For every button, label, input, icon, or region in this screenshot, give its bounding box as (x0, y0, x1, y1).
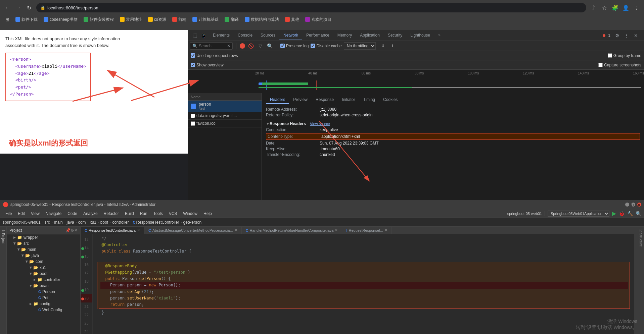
devtools-more-button[interactable]: ⋮ (623, 32, 631, 40)
group-by-frame-checkbox[interactable] (608, 53, 612, 58)
nav-src[interactable]: src (45, 220, 50, 225)
ide-tab-request[interactable]: I RequestResponsel... ✕ (342, 227, 392, 234)
tab-console[interactable]: Console (234, 31, 257, 40)
tree-bean[interactable]: ▶ 📂 bean (7, 283, 80, 289)
nav-main[interactable]: main (54, 220, 63, 225)
bookmark-dsa[interactable]: 数据结构与算法 (242, 16, 282, 23)
tab-application[interactable]: Application (356, 31, 384, 40)
bookmark-frontend[interactable]: 前端 (170, 16, 189, 23)
nav-java[interactable]: java (67, 220, 74, 225)
tree-pet[interactable]: C Pet (7, 295, 80, 301)
sidebar-pin-button[interactable]: 📌 (65, 228, 71, 233)
menu-code[interactable]: Code (65, 211, 80, 217)
ide-tab-controller[interactable]: C ResponseTestController.java ✕ (81, 227, 144, 234)
sidebar-settings-button[interactable]: ⚙ (71, 228, 74, 233)
ide-close-button[interactable]: ✕ (637, 203, 641, 207)
nav-com[interactable]: com (78, 220, 86, 225)
ide-tab-hmrvhc[interactable]: C HandlerMethodReturnValueHandlerComposi… (242, 227, 342, 234)
bookmark-codesheep[interactable]: codesheep书签 (41, 16, 80, 23)
tree-webconfig[interactable]: C WebConfig (7, 307, 80, 313)
tree-boot[interactable]: ▶ 📂 boot (7, 271, 80, 277)
nav-controller-file[interactable]: ResponseTestController (136, 220, 179, 225)
details-tab-response[interactable]: Response (312, 96, 338, 104)
disable-cache-checkbox[interactable] (311, 44, 315, 48)
run-button[interactable]: ▶ (612, 210, 616, 217)
tree-src[interactable]: ▶ 📂 src (7, 240, 80, 246)
sidebar-close-button[interactable]: ✕ (74, 228, 78, 233)
tab-close-amcmp[interactable]: ✕ (234, 228, 237, 232)
export-button[interactable]: ⬆ (388, 42, 397, 50)
ide-maximize-button[interactable]: □ (631, 203, 635, 207)
network-item-svg[interactable]: data:image/svg+xml,... (188, 112, 262, 120)
large-rows-checkbox[interactable] (191, 53, 195, 58)
inspect-button[interactable]: ⬚ (191, 32, 199, 40)
import-button[interactable]: ⬇ (379, 42, 387, 50)
menu-help[interactable]: Help (201, 211, 215, 217)
bookmark-computer[interactable]: 计算机基础 (190, 16, 221, 23)
share-button[interactable]: ⤴ (589, 3, 598, 12)
build-button[interactable]: 🔨 (627, 211, 633, 216)
tree-com[interactable]: ▶ 📂 com (7, 259, 80, 265)
menu-edit[interactable]: Edit (15, 211, 28, 217)
search-clear-button[interactable]: ✕ (227, 44, 230, 48)
tab-lighthouse[interactable]: Lighthouse (406, 31, 434, 40)
structure-tab[interactable]: 1: Project (0, 227, 7, 334)
extensions-button[interactable]: 🧩 (610, 3, 620, 12)
menu-vcs[interactable]: VCS (166, 211, 180, 217)
bookmark-apps-icon[interactable]: ⊞ (3, 16, 12, 23)
tab-close-controller[interactable]: ✕ (137, 228, 140, 232)
tab-security[interactable]: Security (384, 31, 406, 40)
tree-controller[interactable]: ▶ 📁 controller (7, 277, 80, 283)
nav-boot[interactable]: boot (100, 220, 108, 225)
details-tab-timing[interactable]: Timing (359, 96, 379, 104)
forward-button[interactable]: → (13, 3, 23, 12)
menu-button[interactable]: ⋮ (632, 3, 641, 12)
bookmark-ruanjian[interactable]: 软件下载 (13, 16, 40, 23)
debug-button[interactable]: 🐞 (619, 211, 625, 216)
ide-minimize-button[interactable]: — (625, 203, 629, 207)
bookmark-cs[interactable]: cs资源 (145, 16, 169, 23)
tree-config[interactable]: ▶ 📁 config (7, 301, 80, 307)
bookmark-favorites[interactable]: 喜欢的项目 (303, 16, 334, 23)
details-tab-initiator[interactable]: Initiator (338, 96, 359, 104)
menu-window[interactable]: Window (180, 211, 200, 217)
nav-method[interactable]: getPerson (183, 220, 202, 225)
nav-project[interactable]: springboot-05-web01 (3, 220, 41, 225)
network-item-favicon[interactable]: favicon.ico (188, 120, 262, 127)
show-overview-checkbox[interactable] (191, 63, 195, 67)
devtools-settings-button[interactable]: ⚙ (613, 32, 621, 40)
bookmark-install[interactable]: 软件安装教程 (81, 16, 117, 23)
bookmark-button[interactable]: ☆ (600, 3, 609, 12)
back-button[interactable]: ← (3, 3, 12, 12)
tab-network[interactable]: Network (279, 31, 302, 40)
tree-wrapper[interactable]: ▶ 📁 wrapper (7, 234, 80, 240)
ide-tab-amcmp[interactable]: C AbstractMessageConverterMethodProcesso… (144, 227, 242, 234)
tree-main[interactable]: ▶ 📂 main (7, 246, 80, 253)
bookmark-address[interactable]: 常用地址 (117, 16, 145, 23)
tree-java[interactable]: ▶ 📂 java (7, 253, 80, 259)
menu-tools[interactable]: Tools (151, 211, 166, 217)
details-tab-preview[interactable]: Preview (289, 96, 312, 104)
structure-strip-tab[interactable]: 2: Structure (634, 227, 644, 249)
menu-build[interactable]: Build (122, 211, 137, 217)
nav-xu1[interactable]: xu1 (90, 220, 96, 225)
menu-run[interactable]: Run (137, 211, 150, 217)
tree-xu1[interactable]: ▶ 📂 xu1 (7, 265, 80, 271)
run-config-select[interactable]: Springboot05Web01Application (548, 211, 609, 217)
devtools-close-button[interactable]: ✕ (632, 32, 640, 40)
tab-memory[interactable]: Memory (333, 31, 356, 40)
view-source-link[interactable]: View source (310, 122, 330, 126)
network-item-person[interactable]: person /test (188, 101, 262, 112)
address-bar[interactable]: 🔒 localhost:8080/test/person (36, 3, 586, 12)
refresh-button[interactable]: ↻ (24, 3, 34, 12)
menu-refactor[interactable]: Refactor (101, 211, 122, 217)
menu-analyze[interactable]: Analyze (81, 211, 100, 217)
tab-elements[interactable]: Elements (209, 31, 234, 40)
search-everywhere-button[interactable]: 🔍 (636, 211, 641, 216)
tree-person[interactable]: C Person (7, 289, 80, 295)
preserve-log-checkbox[interactable] (280, 44, 285, 48)
record-button[interactable] (240, 43, 245, 49)
capture-screenshots-checkbox[interactable] (598, 63, 603, 67)
menu-file[interactable]: File (3, 211, 14, 217)
device-button[interactable]: 📱 (199, 32, 208, 40)
